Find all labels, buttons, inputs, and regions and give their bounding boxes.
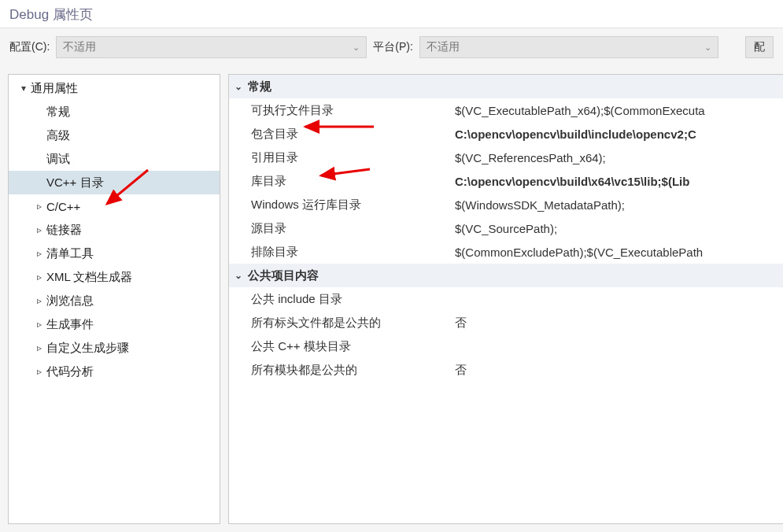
sidebar-item[interactable]: ▹高级 [9, 124, 220, 147]
grid-row-value[interactable]: $(WindowsSDK_MetadataPath); [453, 198, 783, 212]
grid-row[interactable]: 引用目录$(VC_ReferencesPath_x64); [229, 146, 783, 169]
sidebar-item[interactable]: ▹调试 [9, 147, 220, 171]
sidebar-item-label: 高级 [46, 128, 70, 143]
platform-combo[interactable]: 不适用 ⌄ [419, 36, 718, 58]
grid-row-key: 所有标头文件都是公共的 [229, 316, 453, 331]
platform-label: 平台(P): [373, 40, 413, 54]
chevron-down-icon: ⌄ [229, 81, 248, 92]
expander-placeholder: ▹ [32, 106, 46, 117]
sidebar-item-label: 清单工具 [46, 246, 94, 261]
grid-row[interactable]: 公共 C++ 模块目录 [229, 334, 783, 358]
grid-row-key: 源目录 [229, 221, 453, 236]
triangle-right-icon[interactable]: ▹ [32, 295, 46, 306]
grid-row-value[interactable]: C:\opencv\opencv\build\x64\vc15\lib;$(Li… [453, 175, 783, 188]
sidebar-item-selected[interactable]: ▹VC++ 目录 [9, 171, 220, 194]
sidebar-item-label: 通用属性 [31, 81, 78, 96]
grid-row-key: 引用目录 [229, 150, 453, 165]
property-grid: ⌄ 常规 可执行文件目录$(VC_ExecutablePath_x64);$(C… [228, 74, 783, 524]
grid-row-value[interactable]: $(VC_ReferencesPath_x64); [453, 151, 783, 164]
sidebar-item-label: VC++ 目录 [46, 175, 104, 190]
triangle-down-icon[interactable]: ▾ [17, 83, 31, 94]
config-combo[interactable]: 不适用 ⌄ [56, 36, 367, 58]
sidebar-item-label: 自定义生成步骤 [46, 341, 129, 356]
triangle-right-icon[interactable]: ▹ [32, 224, 46, 235]
sidebar-item[interactable]: ▹自定义生成步骤 [9, 336, 220, 360]
sidebar-item-label: XML 文档生成器 [46, 270, 132, 285]
grid-row-key: 公共 C++ 模块目录 [229, 339, 453, 354]
sidebar-item[interactable]: ▾通用属性 [9, 76, 220, 100]
grid-row-value[interactable]: $(CommonExcludePath);$(VC_ExecutablePath [453, 246, 783, 259]
grid-row-value[interactable]: $(VC_SourcePath); [453, 222, 783, 235]
grid-row-key: 库目录 [229, 174, 453, 189]
config-label: 配置(C): [9, 40, 50, 54]
grid-row-value[interactable]: C:\opencv\opencv\build\include\opencv2;C [453, 127, 783, 141]
chevron-down-icon: ⌄ [229, 270, 248, 281]
chevron-down-icon: ⌄ [353, 42, 360, 53]
grid-row-key: 公共 include 目录 [229, 292, 453, 307]
grid-row-key: 排除目录 [229, 245, 453, 260]
sidebar-item[interactable]: ▹代码分析 [9, 360, 220, 383]
grid-row[interactable]: 源目录$(VC_SourcePath); [229, 216, 783, 240]
grid-row[interactable]: 所有标头文件都是公共的否 [229, 311, 783, 334]
expander-placeholder: ▹ [32, 177, 46, 188]
config-manager-button-label: 配 [754, 40, 765, 54]
sidebar-item-label: 生成事件 [46, 317, 94, 332]
sidebar-item-label: 常规 [46, 105, 70, 120]
grid-row[interactable]: 所有模块都是公共的否 [229, 358, 783, 382]
section-title: 公共项目内容 [248, 268, 319, 283]
sidebar-item-label: 调试 [46, 152, 70, 167]
sidebar-item[interactable]: ▹链接器 [9, 218, 220, 242]
grid-row[interactable]: 可执行文件目录$(VC_ExecutablePath_x64);$(Common… [229, 98, 783, 122]
toolbar: 配置(C): 不适用 ⌄ 平台(P): 不适用 ⌄ 配 [0, 28, 783, 66]
expander-placeholder: ▹ [32, 130, 46, 141]
sidebar-item[interactable]: ▹生成事件 [9, 312, 220, 336]
sidebar-item-label: 链接器 [46, 223, 82, 238]
section-title: 常规 [248, 79, 271, 94]
grid-row-key: 可执行文件目录 [229, 103, 453, 118]
grid-row-value[interactable]: 否 [453, 363, 783, 378]
triangle-right-icon[interactable]: ▹ [32, 342, 46, 353]
grid-row-key: 包含目录 [229, 127, 453, 142]
triangle-right-icon[interactable]: ▹ [32, 201, 46, 212]
config-combo-value: 不适用 [63, 40, 96, 54]
grid-row-value[interactable]: 否 [453, 316, 783, 331]
platform-combo-value: 不适用 [427, 40, 460, 54]
grid-row-key: Windows 运行库目录 [229, 198, 453, 212]
grid-row[interactable]: 公共 include 目录 [229, 287, 783, 311]
chevron-down-icon: ⌄ [704, 42, 711, 53]
grid-section-header[interactable]: ⌄ 常规 [229, 75, 783, 98]
config-manager-button[interactable]: 配 [745, 36, 774, 58]
sidebar-item-label: C/C++ [46, 200, 80, 213]
sidebar-item[interactable]: ▹XML 文档生成器 [9, 265, 220, 289]
sidebar-item[interactable]: ▹清单工具 [9, 242, 220, 265]
triangle-right-icon[interactable]: ▹ [32, 272, 46, 283]
triangle-right-icon[interactable]: ▹ [32, 319, 46, 330]
grid-row-key: 所有模块都是公共的 [229, 363, 453, 378]
grid-row[interactable]: 库目录C:\opencv\opencv\build\x64\vc15\lib;$… [229, 169, 783, 193]
window-title: Debug 属性页 [0, 0, 783, 28]
grid-row[interactable]: Windows 运行库目录$(WindowsSDK_MetadataPath); [229, 193, 783, 216]
triangle-right-icon[interactable]: ▹ [32, 366, 46, 377]
grid-section-header[interactable]: ⌄ 公共项目内容 [229, 264, 783, 287]
expander-placeholder: ▹ [32, 153, 46, 164]
triangle-right-icon[interactable]: ▹ [32, 248, 46, 259]
title-text: Debug 属性页 [9, 7, 93, 22]
sidebar-item[interactable]: ▹常规 [9, 100, 220, 124]
sidebar-item[interactable]: ▹浏览信息 [9, 289, 220, 312]
sidebar-tree[interactable]: ▾通用属性▹常规▹高级▹调试▹VC++ 目录▹C/C++▹链接器▹清单工具▹XM… [8, 74, 220, 524]
grid-row[interactable]: 包含目录C:\opencv\opencv\build\include\openc… [229, 122, 783, 146]
grid-row-value[interactable]: $(VC_ExecutablePath_x64);$(CommonExecuta [453, 104, 783, 117]
sidebar-item[interactable]: ▹C/C++ [9, 194, 220, 218]
grid-row[interactable]: 排除目录$(CommonExcludePath);$(VC_Executable… [229, 240, 783, 264]
sidebar-item-label: 浏览信息 [46, 294, 94, 308]
sidebar-item-label: 代码分析 [46, 364, 94, 379]
